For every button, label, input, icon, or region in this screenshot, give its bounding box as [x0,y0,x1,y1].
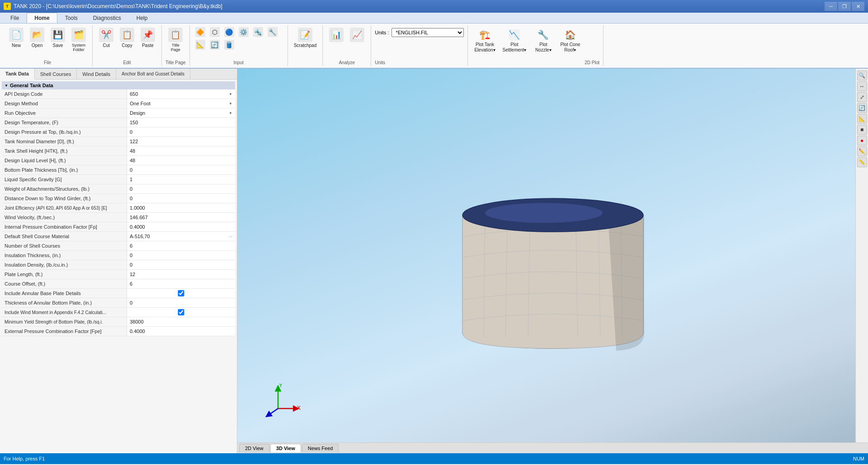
value-thickness-annular-bottom[interactable]: 0 [127,298,235,307]
edge-btn-1[interactable]: 🔍 [857,70,867,80]
row-include-wind-moment: Include Wind Moment in Appendix F.4.2 Ca… [2,308,235,317]
minimize-button[interactable]: ─ [825,2,837,11]
ribbon-tab-tools[interactable]: Tools [57,13,85,23]
value-external-pressure-factor[interactable]: 0.4000 [127,327,235,336]
value-design-liquid-level[interactable]: 48 [127,156,235,165]
tab-wind-details[interactable]: Wind Details [77,69,116,79]
value-api-design-code[interactable]: 650 ▼ [127,89,235,99]
value-design-temperature[interactable]: 150 [127,118,235,127]
row-api-design-code: API Design Code 650 ▼ [2,89,235,99]
value-insulation-density[interactable]: 0 [127,260,235,269]
value-tank-shell-height[interactable]: 48 [127,146,235,155]
analyze-btn-1[interactable]: 📊 [326,26,346,44]
input-btn-9[interactable]: 🛢️ [222,39,236,51]
input-group-label: Input [234,59,244,65]
title-page-button[interactable]: 📋 TitlePage [165,26,185,53]
value-min-yield-strength[interactable]: 38000 [127,317,235,326]
close-button[interactable]: ✕ [852,2,864,11]
tab-shell-courses[interactable]: Shell Courses [35,69,77,79]
scratchpad-button[interactable]: 📝 Scratchpad [292,26,319,49]
view-tab-2d[interactable]: 2D View [239,444,269,452]
input-btn-5[interactable]: 🔩 [251,26,265,38]
tab-tank-data[interactable]: Tank Data [0,69,35,80]
view-tab-news[interactable]: News Feed [302,444,339,452]
plot-nozzle-button[interactable]: 🔧 PlotNozzle▾ [531,26,556,54]
input-icon-5: 🔩 [253,27,263,37]
value-internal-pressure-factor[interactable]: 0.4000 [127,222,235,231]
svg-line-12 [268,409,278,415]
value-design-pressure[interactable]: 0 [127,127,235,136]
open-button[interactable]: 📂 Open [27,26,47,49]
dropdown-arrow-objective: ▼ [229,111,232,115]
cut-button[interactable]: ✂️ Cut [96,26,116,49]
input-btn-7[interactable]: 📐 [193,39,207,51]
ribbon-tab-home[interactable]: Home [27,13,57,23]
plot-settlement-icon: 📉 [507,28,522,42]
value-joint-efficiency[interactable]: 1.0000 [127,203,235,212]
row-design-temperature: Design Temperature, (F) 150 [2,118,235,127]
value-include-wind-moment[interactable] [127,308,235,317]
label-liquid-specific-gravity: Liquid Specific Gravity [G] [2,176,127,183]
value-plate-length[interactable]: 12 [127,270,235,279]
ribbon-tab-file[interactable]: File [3,13,27,23]
input-icon-6: 🔧 [268,27,278,37]
new-button[interactable]: 📄 New [6,26,26,49]
label-plate-length: Plate Length, (ft.) [2,271,127,278]
system-folder-icon: 🗂️ [71,28,86,42]
row-run-objective: Run Objective Design ▼ [2,108,235,118]
edge-btn-8[interactable]: ✏️ [857,146,867,156]
input-btn-6[interactable]: 🔧 [266,26,279,38]
edge-btn-5[interactable]: 📐 [857,114,867,124]
value-shell-course-material[interactable]: A-516,70 ··· [127,232,235,241]
value-insulation-thickness[interactable]: 0 [127,251,235,260]
analyze-icon-2: 📈 [350,28,364,42]
value-run-objective[interactable]: Design ▼ [127,108,235,117]
plot-settlement-button[interactable]: 📉 PlotSettlement▾ [500,26,529,54]
edge-btn-4[interactable]: 🔄 [857,103,867,113]
value-bottom-plate-thickness[interactable]: 0 [127,165,235,174]
label-include-annular-base: Include Annular Base Plate Details [2,290,127,297]
value-course-offset[interactable]: 6 [127,279,235,288]
value-include-annular-base[interactable] [127,289,235,298]
tab-anchor-bolt[interactable]: Anchor Bolt and Gusset Details [116,69,190,79]
value-number-shell-courses[interactable]: 6 [127,241,235,250]
ribbon-tab-help[interactable]: Help [129,13,156,23]
checkbox-wind-moment[interactable] [130,309,232,315]
checkbox-annular-base[interactable] [130,290,232,296]
copy-button[interactable]: 📋 Copy [117,26,137,49]
value-wind-velocity[interactable]: 146.667 [127,213,235,222]
titlepage-group-label: Title Page [165,59,186,65]
input-btn-4[interactable]: ⚙️ [237,26,250,38]
axis-indicator: Y X [264,384,301,420]
edge-btn-3[interactable]: ⤢ [857,92,867,102]
edge-btn-9[interactable]: 📏 [857,157,867,167]
input-icon-4: ⚙️ [239,27,249,37]
input-btn-3[interactable]: 🔵 [222,26,236,38]
plot-cone-roof-button[interactable]: 🏠 Plot ConeRoof▾ [557,26,583,54]
restore-button[interactable]: ❐ [838,2,851,11]
edge-btn-6[interactable]: ■ [857,125,867,135]
ribbon-tab-diagnostics[interactable]: Diagnostics [85,13,129,23]
ribbon-group-edit: ✂️ Cut 📋 Copy 📌 Paste Edit [93,25,162,66]
input-btn-8[interactable]: 🔄 [208,39,222,51]
analyze-btn-2[interactable]: 📈 [347,26,367,44]
system-folder-button[interactable]: 🗂️ SystemFolder [69,26,89,53]
value-liquid-specific-gravity[interactable]: 1 [127,175,235,184]
edge-btn-7[interactable]: ● [857,136,867,146]
value-design-method[interactable]: One Foot ▼ [127,99,235,108]
input-btn-1[interactable]: 🔶 [193,26,207,38]
plot-tank-elevation-button[interactable]: 🏗️ Plot TankElevation▾ [472,26,498,54]
row-tank-shell-height: Tank Shell Height [HTK], (ft.) 48 [2,146,235,156]
row-wind-velocity: Wind Velocity, (ft./sec.) 146.667 [2,213,235,222]
units-select[interactable]: *ENGLISH.FIL SI.FIL METRIC.FIL [392,28,464,37]
value-distance-wind-girder[interactable]: 0 [127,194,235,203]
edge-btn-2[interactable]: ↔ [857,81,867,91]
row-min-yield-strength: Minimum Yield Strength of Bottom Plate, … [2,317,235,327]
section-general-tank-data[interactable]: ▼ General Tank Data [2,81,235,89]
paste-button[interactable]: 📌 Paste [138,26,158,49]
input-btn-2[interactable]: ⬡ [208,26,222,38]
save-button[interactable]: 💾 Save [48,26,68,49]
value-tank-nominal-diameter[interactable]: 122 [127,137,235,146]
value-weight-attachments[interactable]: 0 [127,184,235,193]
view-tab-3d[interactable]: 3D View [270,444,301,452]
